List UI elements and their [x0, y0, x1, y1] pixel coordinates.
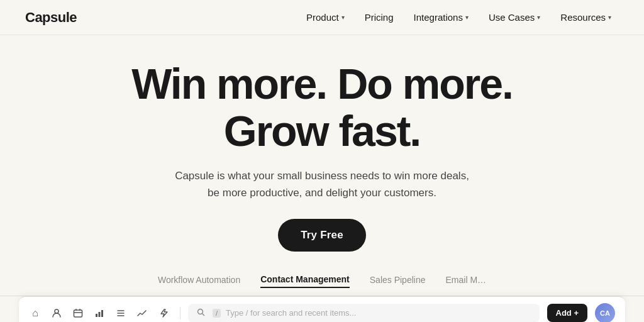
try-free-button[interactable]: Try Free — [278, 219, 366, 252]
svg-rect-4 — [101, 310, 103, 317]
tab-sales-pipeline[interactable]: Sales Pipeline — [370, 275, 426, 287]
brand-logo[interactable]: Capsule — [25, 9, 77, 26]
svg-point-0 — [55, 309, 58, 313]
chevron-down-icon: ▾ — [341, 14, 345, 21]
tab-workflow-automation[interactable]: Workflow Automation — [158, 275, 240, 287]
home-icon[interactable]: ⌂ — [29, 307, 42, 319]
add-button[interactable]: Add + — [547, 304, 587, 322]
person-icon[interactable] — [50, 307, 63, 319]
nav-label-product: Product — [306, 12, 339, 23]
navbar: Capsule Product ▾ Pricing Integrations ▾… — [0, 0, 644, 35]
nav-item-resources[interactable]: Resources ▾ — [553, 8, 619, 26]
app-icon-group: ⌂ — [29, 307, 180, 319]
calendar-icon[interactable] — [72, 307, 84, 319]
feature-tabs: Workflow Automation Contact Management S… — [0, 264, 644, 296]
list-icon[interactable] — [114, 307, 127, 319]
slash-shortcut: / — [213, 309, 221, 318]
search-placeholder: Type / for search and recent items... — [226, 308, 356, 318]
hero-title: Win more. Do more. Grow fast. — [131, 60, 513, 155]
chevron-down-icon: ▾ — [465, 14, 469, 21]
nav-label-resources: Resources — [560, 12, 606, 23]
nav-label-integrations: Integrations — [414, 12, 463, 23]
lightning-icon[interactable] — [157, 307, 170, 319]
nav-label-use-cases: Use Cases — [489, 12, 535, 23]
trend-icon[interactable] — [136, 307, 148, 319]
nav-item-product[interactable]: Product ▾ — [299, 8, 352, 26]
svg-rect-2 — [96, 314, 97, 317]
app-search-bar[interactable]: / Type / for search and recent items... — [188, 304, 540, 322]
nav-item-integrations[interactable]: Integrations ▾ — [406, 8, 476, 26]
app-preview-bar: ⌂ / Type / for search and recent items..… — [19, 296, 625, 322]
svg-rect-1 — [74, 310, 82, 317]
avatar[interactable]: CA — [595, 303, 615, 322]
tab-contact-management[interactable]: Contact Management — [260, 274, 350, 288]
chevron-down-icon: ▾ — [608, 14, 611, 21]
nav-item-use-cases[interactable]: Use Cases ▾ — [481, 8, 548, 26]
nav-label-pricing: Pricing — [365, 12, 394, 23]
hero-subtitle: Capsule is what your small business need… — [171, 167, 473, 201]
svg-point-5 — [198, 309, 203, 314]
hero-section: Win more. Do more. Grow fast. Capsule is… — [0, 35, 644, 264]
chevron-down-icon: ▾ — [537, 14, 540, 21]
svg-rect-3 — [99, 312, 101, 317]
nav-menu: Product ▾ Pricing Integrations ▾ Use Cas… — [299, 8, 619, 26]
chart-bar-icon[interactable] — [93, 307, 106, 319]
tab-email-marketing[interactable]: Email M… — [446, 275, 487, 287]
search-icon — [197, 308, 205, 318]
nav-item-pricing[interactable]: Pricing — [357, 8, 401, 26]
